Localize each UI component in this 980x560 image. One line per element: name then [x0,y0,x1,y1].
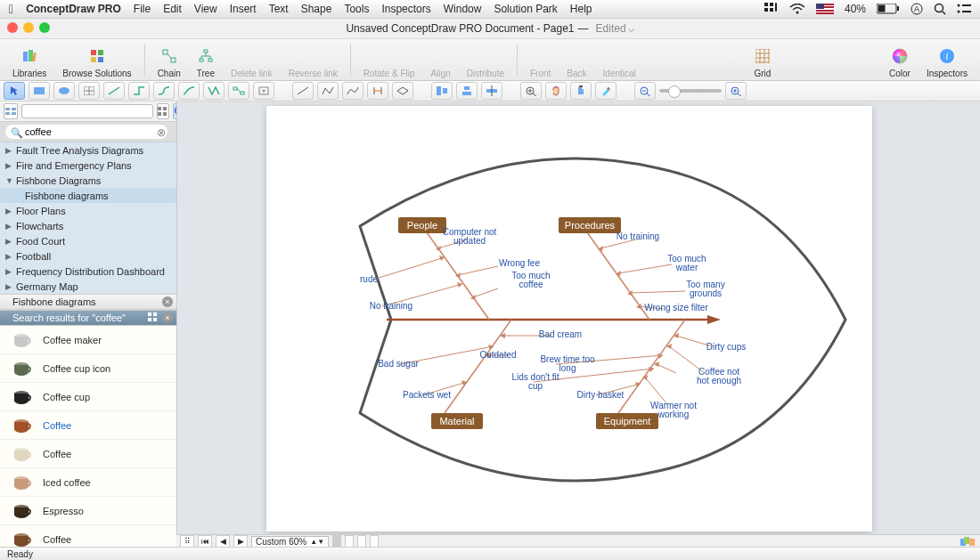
category-item[interactable]: ▶Fire and Emergency Plans [0,158,176,173]
category-item[interactable]: ▶Germany Map [0,279,176,294]
menu-file[interactable]: File [134,3,151,15]
menu-insert[interactable]: Insert [230,3,257,15]
align-tool-1[interactable] [431,82,453,100]
zoom-in-button[interactable] [725,82,747,100]
zoom-level[interactable]: Custom 60%▲▼ [251,536,329,548]
alt-icon[interactable]: A [911,3,923,15]
rect-tool[interactable] [29,82,50,100]
menu-view[interactable]: View [194,3,217,15]
connector-2[interactable] [128,82,150,100]
category-item[interactable]: ▼Fishbone Diagrams [0,173,176,188]
tab-libraries[interactable] [4,103,18,119]
category-item[interactable]: ▶Fault Tree Analysis Diagrams [0,142,176,158]
page-tab-3[interactable] [357,535,366,548]
hand-tool[interactable] [545,82,567,100]
page-tab-4[interactable] [370,535,379,548]
search-result-item[interactable]: Iced coffee [0,468,176,497]
menu-text[interactable]: Text [269,3,289,15]
page-first[interactable]: ⏮ [198,535,212,548]
pages-icon[interactable] [960,537,976,546]
tab-grid-view[interactable] [157,103,169,119]
connector-1[interactable] [103,82,125,100]
category-item[interactable]: ▶Flowcharts [0,218,176,233]
close-results-icon[interactable]: × [162,312,173,323]
page-list-icon[interactable]: ⠿ [180,535,194,548]
sidebar-tabs [0,101,176,122]
minimize-icon[interactable] [23,22,34,33]
ellipse-tool[interactable] [53,82,75,100]
align-tool-2[interactable] [456,82,478,100]
line-tool-4[interactable] [367,82,388,100]
connector-dropdown[interactable] [253,82,274,100]
line-tool-1[interactable] [292,82,314,100]
zoom-icon[interactable] [39,22,50,33]
svg-rect-16 [962,11,971,12]
menu-extras-icon[interactable] [957,4,971,14]
canvas-area[interactable]: People Procedures Material Equipment Com… [177,101,980,555]
menu-tools[interactable]: Tools [344,3,369,15]
connector-3[interactable] [153,82,175,100]
page-tab-1[interactable] [332,535,341,548]
table-tool[interactable] [78,82,100,100]
search-result-item[interactable]: Coffee cup icon [0,354,176,383]
status-text: Ready [7,549,33,559]
spotlight-icon[interactable] [934,3,946,15]
highlight-tool[interactable] [595,82,617,100]
search-result-item[interactable]: Coffee [0,411,176,440]
toolbar-tree[interactable]: Tree [192,45,220,78]
svg-line-111 [618,320,685,413]
toolbar-libraries[interactable]: Libraries [7,45,52,78]
line-tool-5[interactable] [392,82,413,100]
menu-edit[interactable]: Edit [163,3,182,15]
category-subitem[interactable]: Fishbone diagrams [0,188,176,203]
sidebar-filter-input[interactable] [21,104,153,118]
apple-icon[interactable]:  [9,3,13,15]
menu-inspectors[interactable]: Inspectors [381,3,430,15]
menu-help[interactable]: Help [570,3,592,15]
zoom-slider[interactable] [659,89,722,93]
search-result-item[interactable]: Coffee maker [0,326,176,354]
library-header[interactable]: Fishbone diagrams × [0,294,176,310]
traffic-lights[interactable] [7,22,50,33]
toolbar-browse[interactable]: Browse Solutions [57,45,136,78]
grid-menu-icon[interactable] [764,3,779,15]
edited-chevron-icon[interactable]: ⌵ [628,22,634,35]
clear-search-icon[interactable]: ⊗ [157,126,166,139]
menu-window[interactable]: Window [444,3,482,15]
svg-rect-21 [98,50,103,55]
flag-icon[interactable] [816,4,834,14]
app-name[interactable]: ConceptDraw PRO [26,3,121,15]
toolbar-chain[interactable]: Chain [152,45,186,78]
page-next[interactable]: ▶ [233,535,248,548]
close-lib-icon[interactable]: × [162,296,173,307]
line-tool-2[interactable] [317,82,339,100]
search-result-item[interactable]: Coffee [0,440,176,468]
search-input[interactable] [5,125,167,139]
wifi-icon[interactable] [789,4,805,14]
category-item[interactable]: ▶Floor Plans [0,203,176,218]
connector-4[interactable] [178,82,200,100]
toolbar-grid[interactable]: Grid [748,45,776,78]
menu-shape[interactable]: Shape [301,3,332,15]
connector-5[interactable] [203,82,225,100]
line-tool-3[interactable] [342,82,363,100]
search-result-item[interactable]: Coffee cup [0,383,176,411]
zoom-out-button[interactable] [634,82,656,100]
category-item[interactable]: ▶Frequency Distribution Dashboard [0,264,176,279]
toolbar-inspectors[interactable]: i Inspectors [921,45,973,78]
align-tool-3[interactable] [481,82,502,100]
search-result-item[interactable]: Espresso [0,497,176,525]
category-item[interactable]: ▶Football [0,248,176,264]
toolbar-color[interactable]: Color [884,45,916,78]
connector-6[interactable] [228,82,249,100]
page-tab-2[interactable] [345,535,354,548]
grid-view-icon[interactable] [148,312,159,323]
zoom-in-tool[interactable] [520,82,542,100]
menu-solution-park[interactable]: Solution Park [494,3,557,15]
drawing-page[interactable]: People Procedures Material Equipment Com… [266,106,872,532]
close-icon[interactable] [7,22,18,33]
pointer-tool[interactable] [4,82,25,100]
page-prev[interactable]: ◀ [216,535,230,548]
clone-tool[interactable] [570,82,592,100]
category-item[interactable]: ▶Food Court [0,233,176,248]
